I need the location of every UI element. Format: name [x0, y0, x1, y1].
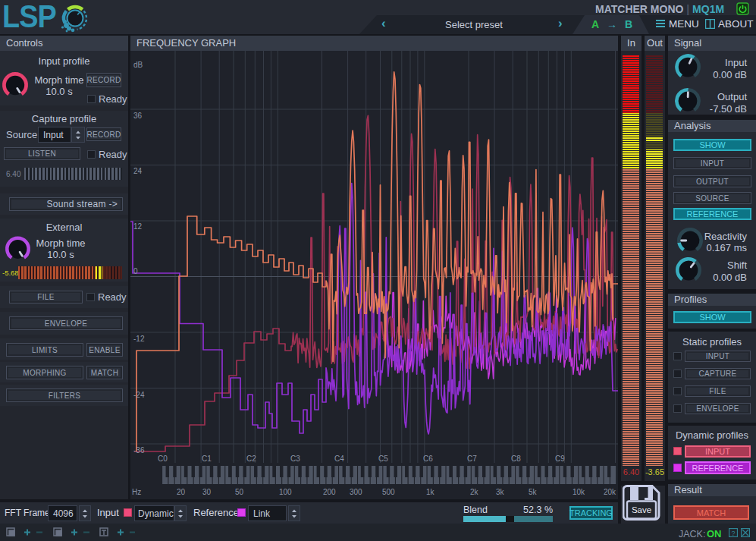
svg-text:?: ?: [731, 530, 735, 537]
